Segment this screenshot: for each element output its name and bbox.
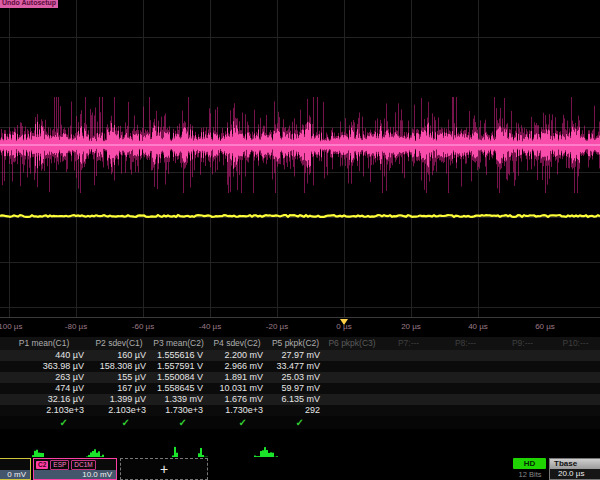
hd-mode-badge[interactable]: HD (513, 458, 546, 469)
measurement-cell: 59.97 mV (267, 383, 324, 394)
status-check-icon (380, 416, 437, 429)
measurement-cell: 2.103e+3 (88, 405, 150, 416)
measurement-cell: 440 µV (0, 350, 88, 361)
measurement-header-8[interactable]: P8:--- (437, 337, 494, 350)
measurement-cell: 1.558645 V (150, 383, 207, 394)
channel2-descriptor[interactable]: C2 ESP DC1M 10.0 mV (33, 458, 117, 480)
measurement-cell: 263 µV (0, 372, 88, 383)
measurement-row-max: 474 µV167 µV1.558645 V10.031 mV59.97 mV (0, 383, 600, 394)
measurement-cell (324, 350, 380, 361)
measurement-cell: 1.676 mV (207, 394, 267, 405)
measurement-cell (437, 405, 494, 416)
measurement-cell (551, 372, 600, 383)
measurement-row-sdev: 32.16 µV1.399 µV1.339 mV1.676 mV6.135 mV (0, 394, 600, 405)
measurement-cell: 33.477 mV (267, 361, 324, 372)
measurement-cell: 2.103e+3 (0, 405, 88, 416)
oscilloscope-screen: Undo Autosetup -100 µs-80 µs-60 µs-40 µs… (0, 0, 600, 480)
measurement-row-mean: 363.98 µV158.308 µV1.557591 V2.966 mV33.… (0, 361, 600, 372)
time-axis-label: 20 µs (401, 322, 421, 331)
measurement-header-3[interactable]: P3 mean(C2) (150, 337, 207, 350)
measurement-header-6[interactable]: P6 pkpk(C3) (324, 337, 380, 350)
measurement-cell (437, 383, 494, 394)
status-check-icon: ✓ (150, 416, 207, 429)
waveform-display[interactable]: Undo Autosetup (0, 0, 600, 318)
measurement-status-row: ✓✓✓✓✓ (0, 416, 600, 429)
undo-autosetup-button[interactable]: Undo Autosetup (0, 0, 58, 8)
measurement-cell: 6.135 mV (267, 394, 324, 405)
measurement-cell: 2.966 mV (207, 361, 267, 372)
measurement-cell: 27.97 mV (267, 350, 324, 361)
measurement-header-2[interactable]: P2 sdev(C1) (88, 337, 150, 350)
measurement-header-row: P1 mean(C1)P2 sdev(C1)P3 mean(C2)P4 sdev… (0, 337, 600, 350)
measurement-header-9[interactable]: P9:--- (494, 337, 551, 350)
measurement-cell (380, 394, 437, 405)
time-axis-label: 40 µs (468, 322, 488, 331)
plus-icon: + (160, 461, 168, 477)
measurement-cell (380, 383, 437, 394)
descriptor-bar: DC1M 0 mV C2 ESP DC1M 10.0 mV + HD 12 Bi… (0, 457, 600, 480)
measurement-table: P1 mean(C1)P2 sdev(C1)P3 mean(C2)P4 sdev… (0, 337, 600, 457)
measurement-cell: 10.031 mV (207, 383, 267, 394)
measurement-cell: 1.339 mV (150, 394, 207, 405)
measurement-row-min: 263 µV155 µV1.550084 V1.891 mV25.03 mV (0, 372, 600, 383)
time-axis[interactable]: -100 µs-80 µs-60 µs-40 µs-20 µs0 µs20 µs… (0, 319, 600, 337)
measurement-cell (494, 383, 551, 394)
status-check-icon (494, 416, 551, 429)
measurement-cell: 1.730e+3 (207, 405, 267, 416)
time-axis-label: 60 µs (535, 322, 555, 331)
measurement-cell: 1.730e+3 (150, 405, 207, 416)
measurement-cell (437, 350, 494, 361)
timebase-title: Tbase (550, 459, 600, 469)
status-check-icon (551, 416, 600, 429)
status-check-icon: ✓ (88, 416, 150, 429)
channel1-descriptor[interactable]: DC1M 0 mV (0, 458, 31, 480)
measurement-cell: 160 µV (88, 350, 150, 361)
measurement-cell: 1.550084 V (150, 372, 207, 383)
measurement-row-value: 440 µV160 µV1.555616 V2.200 mV27.97 mV (0, 350, 600, 361)
measurement-cell (494, 394, 551, 405)
measurement-cell: 1.891 mV (207, 372, 267, 383)
measurement-cell (494, 372, 551, 383)
measurement-cell (324, 361, 380, 372)
c2-label-chip: C2 (36, 461, 48, 469)
measurement-cell (437, 361, 494, 372)
measurement-cell: 474 µV (0, 383, 88, 394)
measurement-header-4[interactable]: P4 sdev(C2) (207, 337, 267, 350)
measurement-cell: 1.555616 V (150, 350, 207, 361)
add-trace-slot[interactable]: + (120, 458, 208, 480)
time-axis-label: -20 µs (266, 322, 288, 331)
measurement-cell (324, 394, 380, 405)
measurement-cell: 363.98 µV (0, 361, 88, 372)
measurement-cell: 32.16 µV (0, 394, 88, 405)
measurement-cell (494, 361, 551, 372)
measurement-cell: 25.03 mV (267, 372, 324, 383)
measurement-cell (437, 372, 494, 383)
timebase-per-div: 20.0 µs (550, 469, 600, 479)
waveform-canvas (0, 0, 600, 318)
timebase-descriptor[interactable]: Tbase 20.0 µs (549, 458, 600, 480)
c2-volts-per-div: 10.0 mV (34, 470, 116, 480)
measurement-cell (437, 394, 494, 405)
measurement-cell: 1.557591 V (150, 361, 207, 372)
measurement-cell (551, 350, 600, 361)
c2-esp-badge: ESP (50, 460, 69, 470)
measurement-header-1[interactable]: P1 mean(C1) (0, 337, 88, 350)
status-check-icon: ✓ (267, 416, 324, 429)
c1-volts-per-div: 0 mV (0, 470, 30, 480)
measurement-cell: 155 µV (88, 372, 150, 383)
status-check-icon: ✓ (0, 416, 88, 429)
measurement-cell: 158.308 µV (88, 361, 150, 372)
measurement-cell (551, 405, 600, 416)
measurement-header-10[interactable]: P10:--- (551, 337, 600, 350)
time-axis-label: 0 µs (336, 322, 351, 331)
measurement-cell (494, 350, 551, 361)
measurement-cell (324, 405, 380, 416)
c2-coupling-badge: DC1M (71, 460, 95, 470)
measurement-cell (324, 372, 380, 383)
time-axis-label: -80 µs (65, 322, 87, 331)
measurement-header-7[interactable]: P7:--- (380, 337, 437, 350)
measurement-header-5[interactable]: P5 pkpk(C2) (267, 337, 324, 350)
measurement-cell (380, 350, 437, 361)
measurement-cell (380, 361, 437, 372)
measurement-cell (551, 394, 600, 405)
